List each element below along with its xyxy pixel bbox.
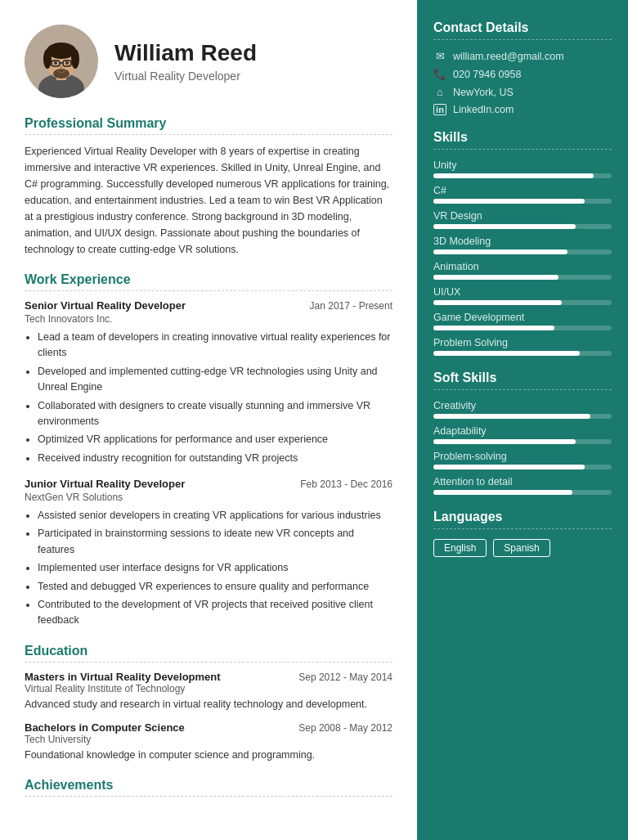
soft-skills-section: Soft Skills Creativity Adaptability Prob… [433, 371, 612, 495]
soft-skill-attention: Attention to detail [433, 476, 612, 495]
soft-skill-name-problemsolving: Problem-solving [433, 451, 612, 462]
edu-school-0: Virtual Reality Institute of Technology [25, 683, 392, 694]
soft-skills-divider [433, 389, 612, 390]
skill-gamedev: Game Development [433, 312, 612, 330]
location-icon: ⌂ [433, 86, 446, 98]
edu-degree-1: Bachelors in Computer Science [25, 721, 185, 734]
soft-skill-bar-fill-adaptability [433, 439, 576, 444]
skill-bar-bg-gamedev [433, 326, 612, 330]
svg-point-11 [54, 61, 57, 65]
job-title-0: Senior Virtual Reality Developer [25, 299, 186, 312]
soft-skill-bar-bg-problemsolving [433, 465, 612, 469]
resume-header: William Reed Virtual Reality Developer [25, 25, 392, 98]
skill-animation: Animation [433, 261, 612, 280]
edu-degree-0: Masters in Virtual Reality Development [25, 671, 221, 683]
achievements-title: Achievements [25, 778, 392, 793]
skill-bar-fill-csharp [433, 199, 585, 204]
soft-skill-name-creativity: Creativity [433, 400, 612, 411]
skill-bar-bg-unity [433, 173, 612, 178]
contact-section: Contact Details ✉ william.reed@gmail.com… [433, 20, 612, 115]
language-spanish: Spanish [493, 539, 550, 557]
soft-skill-name-adaptability: Adaptability [433, 425, 612, 437]
edu-date-0: Sep 2012 - May 2014 [298, 672, 392, 683]
work-experience-title: Work Experience [25, 272, 392, 287]
language-tags: English Spanish [433, 539, 612, 557]
edu-item-1: Bachelors in Computer Science Sep 2008 -… [25, 721, 392, 763]
job-title-1: Junior Virtual Reality Developer [25, 478, 185, 490]
job-date-1: Feb 2013 - Dec 2016 [300, 478, 392, 490]
skill-uiux: UI/UX [433, 286, 612, 305]
languages-section: Languages English Spanish [433, 510, 612, 557]
edu-desc-1: Foundational knowledge in computer scien… [25, 748, 392, 763]
work-experience-section: Work Experience Senior Virtual Reality D… [25, 272, 392, 629]
list-item: Participated in brainstorming sessions t… [38, 526, 392, 558]
professional-summary-section: Professional Summary Experienced Virtual… [25, 116, 392, 258]
list-item: Received industry recognition for outsta… [38, 451, 392, 466]
soft-skill-problemsolving: Problem-solving [433, 451, 612, 469]
skill-name-3dmodeling: 3D Modeling [433, 236, 612, 247]
soft-skill-name-attention: Attention to detail [433, 476, 612, 487]
skill-problemsolving: Problem Solving [433, 337, 612, 356]
edu-date-1: Sep 2008 - May 2012 [298, 722, 392, 734]
linkedin-icon: in [433, 104, 446, 115]
avatar [25, 25, 98, 98]
edu-desc-0: Advanced study and research in virtual r… [25, 697, 392, 712]
svg-point-5 [43, 49, 52, 69]
skills-title: Skills [433, 130, 612, 145]
skill-bar-fill-uiux [433, 300, 562, 305]
phone-icon: 📞 [433, 68, 446, 80]
skill-3dmodeling: 3D Modeling [433, 236, 612, 254]
skill-name-animation: Animation [433, 261, 612, 272]
candidate-title: Virtual Reality Developer [114, 70, 257, 83]
skill-bar-bg-3dmodeling [433, 249, 612, 254]
skill-bar-fill-problemsolving [433, 351, 580, 356]
contact-email: ✉ william.reed@gmail.com [433, 50, 612, 62]
job-company-0: Tech Innovators Inc. [25, 313, 392, 325]
list-item: Assisted senior developers in creating V… [38, 508, 392, 523]
contact-linkedin-text: LinkedIn.com [453, 104, 514, 115]
education-divider [25, 662, 392, 663]
skill-name-csharp: C# [433, 185, 612, 196]
list-item: Lead a team of developers in creating in… [38, 330, 392, 362]
summary-text: Experienced Virtual Reality Developer wi… [25, 143, 392, 258]
svg-point-12 [65, 61, 69, 65]
list-item: Tested and debugged VR experiences to en… [38, 579, 392, 595]
job-company-1: NextGen VR Solutions [25, 492, 392, 503]
soft-skill-creativity: Creativity [433, 400, 612, 419]
right-panel: Contact Details ✉ william.reed@gmail.com… [417, 0, 628, 840]
edu-school-1: Tech University [25, 734, 392, 745]
job-bullets-0: Lead a team of developers in creating in… [25, 330, 392, 466]
skill-bar-bg-csharp [433, 199, 612, 204]
skill-name-uiux: UI/UX [433, 286, 612, 298]
skill-bar-bg-problemsolving [433, 351, 612, 356]
professional-summary-title: Professional Summary [25, 116, 392, 131]
soft-skill-bar-bg-adaptability [433, 439, 612, 444]
list-item: Contributed to the development of VR pro… [38, 597, 392, 629]
contact-phone-text: 020 7946 0958 [453, 69, 521, 80]
job-header-0: Senior Virtual Reality Developer Jan 201… [25, 299, 392, 312]
skill-bar-fill-3dmodeling [433, 249, 567, 254]
candidate-name: William Reed [114, 40, 257, 66]
job-header-1: Junior Virtual Reality Developer Feb 201… [25, 478, 392, 490]
svg-point-6 [71, 49, 79, 69]
soft-skills-title: Soft Skills [433, 371, 612, 385]
job-date-0: Jan 2017 - Present [310, 300, 392, 312]
job-bullets-1: Assisted senior developers in creating V… [25, 508, 392, 629]
languages-title: Languages [433, 510, 612, 524]
soft-skill-adaptability: Adaptability [433, 425, 612, 444]
job-item-1: Junior Virtual Reality Developer Feb 201… [25, 478, 392, 629]
list-item: Implemented user interface designs for V… [38, 560, 392, 576]
skill-bar-fill-gamedev [433, 326, 554, 330]
svg-point-7 [53, 69, 70, 79]
left-panel: William Reed Virtual Reality Developer P… [0, 0, 417, 840]
contact-phone: 📞 020 7946 0958 [433, 68, 612, 80]
skill-name-unity: Unity [433, 159, 612, 171]
contact-divider [433, 39, 612, 40]
job-item-0: Senior Virtual Reality Developer Jan 201… [25, 299, 392, 466]
achievements-divider [25, 796, 392, 797]
languages-divider [433, 528, 612, 529]
skill-bar-fill-unity [433, 173, 594, 178]
skill-name-gamedev: Game Development [433, 312, 612, 323]
list-item: Developed and implemented cutting-edge V… [38, 364, 392, 396]
contact-title: Contact Details [433, 20, 612, 35]
